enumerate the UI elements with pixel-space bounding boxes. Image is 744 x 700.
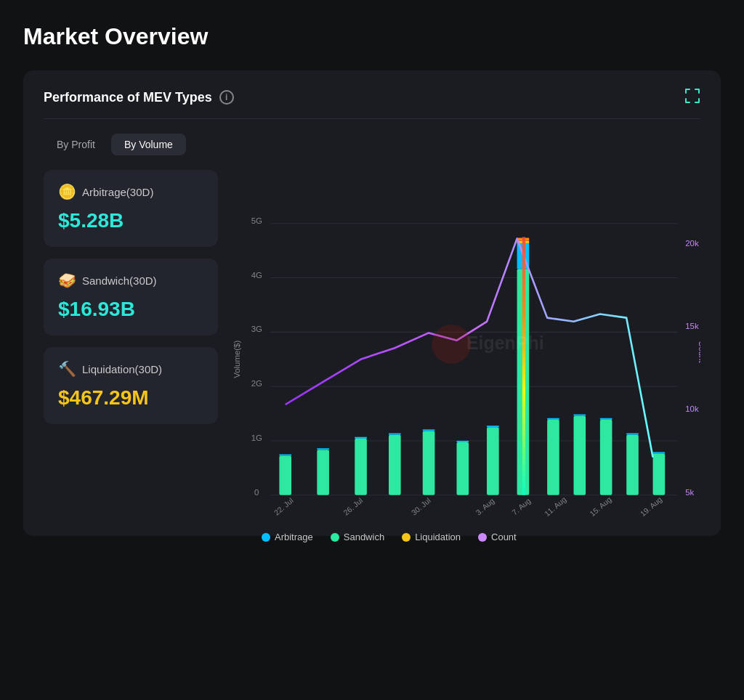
svg-rect-41 (600, 418, 612, 420)
count-legend-dot (478, 533, 487, 542)
svg-text:20k: 20k (685, 239, 699, 248)
svg-rect-23 (355, 437, 367, 439)
liquidation-value: $467.29M (58, 386, 203, 410)
svg-text:7. Aug: 7. Aug (511, 497, 533, 516)
svg-text:5G: 5G (251, 216, 262, 225)
svg-rect-44 (653, 454, 666, 495)
svg-text:10k: 10k (685, 404, 699, 413)
svg-rect-43 (626, 434, 639, 435)
liquidation-legend-label: Liquidation (415, 532, 461, 542)
card-title-text: Performance of MEV Types (44, 90, 212, 105)
sandwich-metric-card: 🥪 Sandwich(30D) $16.93B (44, 259, 218, 335)
svg-rect-24 (389, 435, 401, 495)
arbitrage-legend-dot (262, 533, 270, 542)
chart-legend: Arbitrage Sandwich Liquidation Count (232, 532, 700, 542)
sandwich-legend-label: Sandwich (344, 532, 384, 542)
svg-rect-36 (547, 420, 559, 495)
legend-count: Count (478, 532, 517, 542)
card-title-group: Performance of MEV Types i (44, 90, 234, 105)
liquidation-label: 🔨 Liquidation(30D) (58, 360, 203, 378)
chart-area: 0 1G 2G 3G 4G 5G 5k 10k 15k 20k Volume($… (232, 170, 700, 518)
svg-text:15. Aug: 15. Aug (589, 495, 613, 518)
liquidation-legend-dot (402, 533, 411, 542)
svg-rect-22 (355, 439, 367, 495)
arbitrage-legend-label: Arbitrage (275, 532, 313, 542)
svg-point-55 (432, 325, 471, 364)
legend-sandwich: Sandwich (331, 532, 384, 542)
svg-rect-37 (547, 418, 559, 420)
info-icon[interactable]: i (219, 90, 234, 105)
svg-rect-25 (389, 434, 401, 435)
svg-rect-46 (522, 237, 525, 495)
toggle-bar: By Profit By Volume (44, 134, 700, 155)
main-content: 🪙 Arbitrage(30D) $5.28B 🥪 Sandwich(30D) … (44, 170, 700, 518)
svg-rect-30 (487, 427, 499, 495)
svg-text:11. Aug: 11. Aug (543, 495, 567, 518)
svg-rect-42 (626, 435, 639, 495)
card-header: Performance of MEV Types i (44, 88, 700, 119)
svg-rect-40 (600, 420, 612, 495)
liquidation-icon: 🔨 (58, 360, 76, 378)
svg-text:30. Jul: 30. Jul (410, 497, 432, 517)
svg-rect-20 (317, 449, 329, 495)
svg-rect-26 (423, 431, 435, 495)
svg-text:3. Aug: 3. Aug (474, 497, 496, 516)
svg-rect-45 (653, 452, 666, 454)
svg-text:15k: 15k (685, 322, 699, 330)
sandwich-label: 🥪 Sandwich(30D) (58, 272, 203, 289)
liquidation-metric-card: 🔨 Liquidation(30D) $467.29M (44, 347, 218, 424)
legend-liquidation: Liquidation (402, 532, 461, 542)
svg-text:Count: Count (698, 341, 700, 363)
svg-rect-39 (573, 415, 586, 416)
svg-text:19. Aug: 19. Aug (639, 495, 663, 518)
svg-text:4G: 4G (251, 271, 262, 280)
svg-text:22. Jul: 22. Jul (272, 497, 294, 517)
svg-text:3G: 3G (251, 325, 262, 333)
performance-card: Performance of MEV Types i By Profit By … (23, 70, 721, 536)
sandwich-icon: 🥪 (58, 272, 76, 289)
svg-rect-28 (456, 442, 469, 495)
svg-text:1G: 1G (251, 434, 262, 442)
sandwich-value: $16.93B (58, 298, 203, 321)
svg-rect-18 (279, 456, 291, 495)
svg-text:5k: 5k (685, 488, 694, 497)
arbitrage-label: 🪙 Arbitrage(30D) (58, 183, 203, 200)
svg-text:0: 0 (254, 488, 259, 497)
svg-rect-21 (317, 448, 329, 449)
chart-svg: 0 1G 2G 3G 4G 5G 5k 10k 15k 20k Volume($… (232, 170, 700, 518)
arbitrage-metric-card: 🪙 Arbitrage(30D) $5.28B (44, 170, 218, 247)
arbitrage-icon: 🪙 (58, 183, 76, 200)
page-title: Market Overview (23, 23, 721, 50)
svg-text:Volume($): Volume($) (232, 341, 241, 378)
svg-rect-19 (279, 455, 291, 456)
svg-text:2G: 2G (251, 379, 262, 388)
count-legend-label: Count (491, 532, 517, 542)
svg-text:26. Jul: 26. Jul (342, 497, 364, 517)
svg-text:EigenPhi: EigenPhi (466, 333, 544, 353)
svg-rect-31 (487, 426, 499, 427)
svg-rect-29 (456, 441, 469, 442)
metrics-column: 🪙 Arbitrage(30D) $5.28B 🥪 Sandwich(30D) … (44, 170, 218, 424)
sandwich-legend-dot (331, 533, 339, 542)
arbitrage-value: $5.28B (58, 209, 203, 232)
by-profit-button[interactable]: By Profit (44, 134, 108, 155)
svg-rect-38 (573, 416, 586, 495)
by-volume-button[interactable]: By Volume (111, 134, 186, 155)
svg-rect-27 (423, 429, 435, 431)
legend-arbitrage: Arbitrage (262, 532, 313, 542)
expand-button[interactable] (684, 88, 700, 107)
